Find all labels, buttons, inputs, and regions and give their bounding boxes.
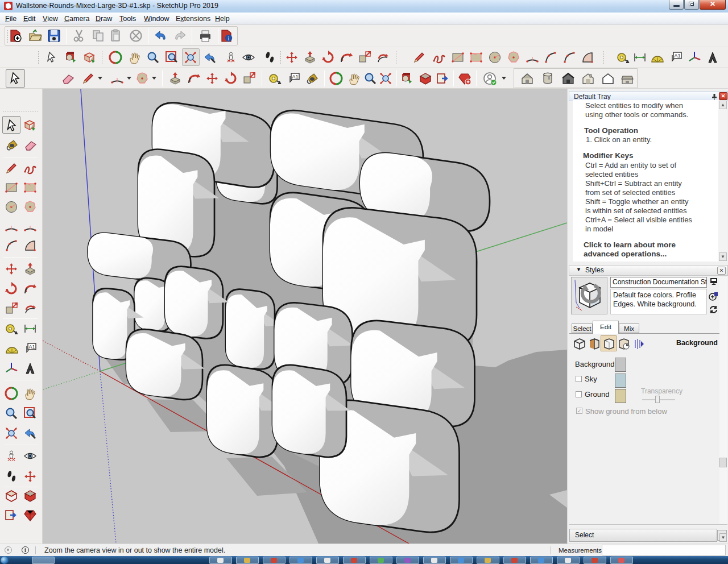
svg-text:A1: A1 bbox=[28, 344, 35, 350]
svg-text:A1: A1 bbox=[674, 53, 680, 59]
svg-text:A1: A1 bbox=[292, 74, 298, 80]
svg-text:i: i bbox=[228, 35, 230, 42]
